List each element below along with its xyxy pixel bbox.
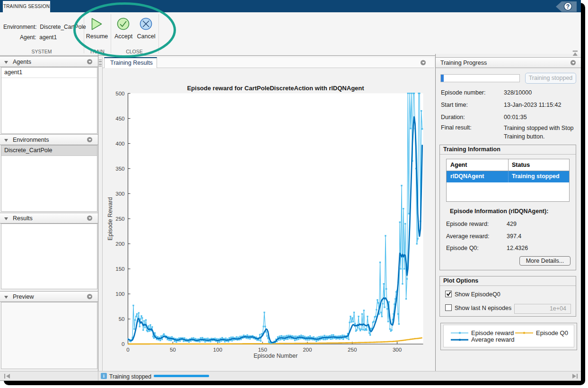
svg-text:Episode Number: Episode Number <box>254 353 298 359</box>
svg-text:Episode Reward: Episode Reward <box>107 197 114 241</box>
svg-text:150: 150 <box>115 266 124 272</box>
svg-text:50: 50 <box>119 316 125 322</box>
svg-text:350: 350 <box>115 166 124 172</box>
svg-text:250: 250 <box>348 347 357 353</box>
svg-text:50: 50 <box>170 347 176 353</box>
svg-text:Episode reward for CartPoleDis: Episode reward for CartPoleDiscreteActio… <box>187 85 364 92</box>
svg-text:300: 300 <box>115 191 124 197</box>
svg-text:Average reward: Average reward <box>471 336 515 343</box>
svg-text:0: 0 <box>122 341 124 347</box>
svg-text:100: 100 <box>115 291 124 297</box>
svg-text:250: 250 <box>115 216 124 222</box>
svg-text:150: 150 <box>258 347 267 353</box>
svg-text:0: 0 <box>126 347 129 353</box>
svg-text:Episode Q0: Episode Q0 <box>536 329 568 336</box>
svg-text:Episode reward: Episode reward <box>471 329 514 336</box>
svg-text:500: 500 <box>115 91 124 96</box>
svg-text:100: 100 <box>213 347 222 353</box>
svg-text:300: 300 <box>393 347 402 353</box>
svg-text:200: 200 <box>115 241 124 247</box>
svg-text:450: 450 <box>115 116 124 121</box>
svg-text:?: ? <box>566 3 570 10</box>
svg-text:200: 200 <box>303 347 312 353</box>
svg-text:400: 400 <box>115 141 124 147</box>
